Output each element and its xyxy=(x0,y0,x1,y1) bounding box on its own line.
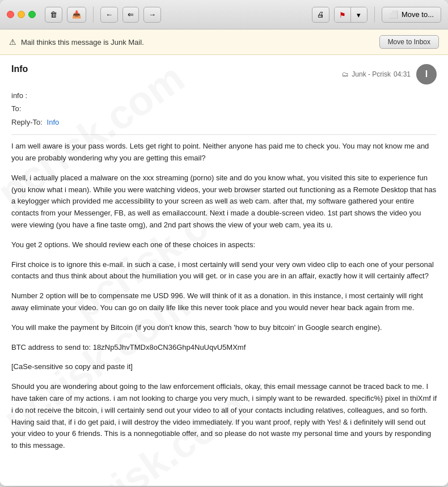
email-header: Info 🗂 Junk - Pcrisk 04:31 I xyxy=(11,64,437,84)
archive-icon: 📥 xyxy=(72,10,81,19)
body-paragraph-8: [CaSe-sensitive so copy and paste it] xyxy=(11,361,437,373)
forward-button[interactable]: → xyxy=(143,7,161,23)
move-to-inbox-button[interactable]: Move to Inbox xyxy=(379,35,439,49)
flag-dropdown-button[interactable]: ▾ xyxy=(351,7,367,23)
minimize-button[interactable] xyxy=(18,11,25,18)
body-paragraph-1: I am well aware is your pass words. Lets… xyxy=(11,141,437,164)
back-multi-icon: ⇐ xyxy=(128,10,134,19)
move-to-button[interactable]: ⬜ Move to... xyxy=(382,7,441,23)
junk-banner-text: ⚠ Mail thinks this message is Junk Mail. xyxy=(9,37,144,46)
email-folder-time: 🗂 Junk - Pcrisk 04:31 xyxy=(342,70,411,78)
email-from-field: info : xyxy=(11,89,437,102)
body-paragraph-9: Should you are wondering about going to … xyxy=(11,381,437,452)
email-time: 04:31 xyxy=(394,70,411,78)
archive-button[interactable]: 📥 xyxy=(67,7,86,23)
body-paragraph-2: Well, i actually placed a malware on the… xyxy=(11,172,437,231)
email-folder: Junk - Pcrisk xyxy=(352,70,391,78)
email-from: Info xyxy=(11,64,28,74)
reply-to-value: Info xyxy=(47,118,60,126)
email-from-name: Info xyxy=(11,64,28,74)
print-button[interactable]: 🖨 xyxy=(312,7,329,23)
flag-button-group: ⚑ ▾ xyxy=(334,7,367,23)
trash-button[interactable]: 🗑 xyxy=(45,7,62,23)
flag-icon: ⚑ xyxy=(339,11,346,19)
body-paragraph-5: Number 2 option will be to compensate me… xyxy=(11,290,437,314)
chevron-down-icon: ▾ xyxy=(357,11,361,19)
body-paragraph-3: You get 2 options. We should review each… xyxy=(11,239,437,251)
email-reply-to-field: Reply-To: Info xyxy=(11,116,437,129)
junk-banner-message: Mail thinks this message is Junk Mail. xyxy=(21,38,144,46)
to-label: To: xyxy=(11,104,21,113)
email-fields: info : To: Reply-To: Info xyxy=(11,89,437,129)
move-to-label: Move to... xyxy=(401,10,434,19)
reply-to-label: Reply-To: xyxy=(11,118,43,126)
email-meta-right: 🗂 Junk - Pcrisk 04:31 I xyxy=(342,64,437,84)
move-to-icon: ⬜ xyxy=(389,10,398,19)
avatar: I xyxy=(416,64,437,84)
divider xyxy=(11,134,437,135)
from-label: info : xyxy=(11,91,27,100)
back-icon: ← xyxy=(105,10,113,19)
email-to-field: To: xyxy=(11,102,437,115)
forward-icon: → xyxy=(149,10,156,19)
email-container: pcrisk.com pcrisk.com pcrisk.com pcrisk.… xyxy=(0,55,448,486)
separator-2 xyxy=(374,7,375,23)
body-paragraph-6: You will make the payment by Bitcoin (if… xyxy=(11,322,437,334)
spam-icon: ⚠ xyxy=(9,37,16,46)
traffic-lights xyxy=(7,11,36,18)
back-multi-button[interactable]: ⇐ xyxy=(122,7,139,23)
email-body: I am well aware is your pass words. Lets… xyxy=(11,141,437,452)
junk-banner: ⚠ Mail thinks this message is Junk Mail.… xyxy=(0,29,448,55)
avatar-letter: I xyxy=(425,69,428,79)
print-icon: 🖨 xyxy=(317,10,324,19)
flag-button[interactable]: ⚑ xyxy=(335,7,351,23)
back-button[interactable]: ← xyxy=(100,7,118,23)
folder-icon: 🗂 xyxy=(342,70,349,78)
mail-window: 🗑 📥 ← ⇐ → 🖨 ⚑ ▾ ⬜ M xyxy=(0,0,448,486)
body-paragraph-4: First choice is to ignore this e-mail. i… xyxy=(11,259,437,283)
titlebar: 🗑 📥 ← ⇐ → 🖨 ⚑ ▾ ⬜ M xyxy=(0,0,448,29)
separator-1 xyxy=(93,7,94,23)
maximize-button[interactable] xyxy=(28,11,36,18)
trash-icon: 🗑 xyxy=(50,10,57,19)
body-paragraph-7: BTC address to send to: 18zNp5JhvTMDx8oC… xyxy=(11,342,437,354)
close-button[interactable] xyxy=(7,11,14,18)
